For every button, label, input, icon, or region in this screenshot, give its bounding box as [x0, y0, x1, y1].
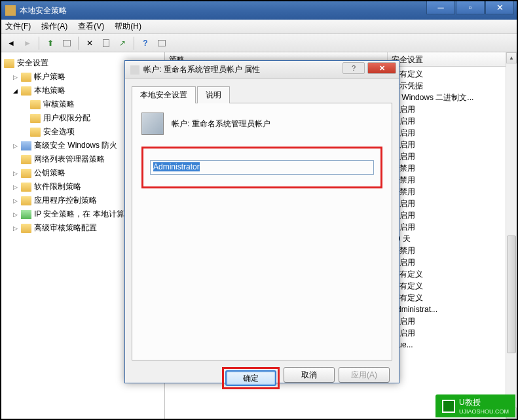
dialog-icon	[130, 65, 139, 75]
expand-arrow-icon[interactable]: ▷	[13, 74, 21, 80]
folder-icon	[30, 128, 41, 137]
policy-value: 没有定义	[388, 292, 517, 304]
toolbar: ◄ ► ⬆ ✕ ↗ ?	[1, 34, 517, 52]
policy-value: 已启用	[388, 198, 517, 209]
scroll-thumb[interactable]	[507, 236, 516, 353]
policy-value: 已启用	[388, 116, 517, 127]
titlebar: 本地安全策略 ─ ▫ ✕	[1, 1, 517, 20]
tree-label: 公钥策略	[34, 167, 65, 179]
menu-help[interactable]: 帮助(H)	[115, 21, 141, 32]
policy-value: 已启用	[388, 128, 517, 139]
tree-label: 安全设置	[17, 58, 48, 69]
close-button[interactable]: ✕	[485, 1, 514, 14]
tab-body: 帐户: 重命名系统管理员帐户 Administrator	[132, 103, 392, 360]
policy-value: 已启用	[388, 257, 517, 268]
dialog-close-button[interactable]: ✕	[367, 62, 396, 74]
forward-button[interactable]: ►	[20, 36, 35, 50]
dialog-help-button[interactable]: ?	[342, 62, 365, 74]
folder-icon	[21, 141, 31, 150]
folder-icon	[21, 169, 31, 178]
scroll-up-button[interactable]: ▲	[506, 52, 517, 63]
admin-name-input[interactable]: Administrator	[150, 160, 374, 175]
properties-dialog: 帐户: 重命名系统管理员帐户 属性 ? ✕ 本地安全设置 说明 帐户: 重命名系…	[124, 60, 399, 383]
up-button[interactable]: ⬆	[43, 36, 58, 50]
app-icon	[5, 5, 16, 16]
tree-label: IP 安全策略，在 本地计算	[34, 209, 124, 220]
refresh-button[interactable]	[155, 36, 169, 50]
expand-arrow-icon[interactable]: ▷	[13, 225, 21, 232]
menu-view[interactable]: 查看(V)	[78, 21, 104, 32]
minimize-button[interactable]: ─	[426, 1, 455, 14]
folder-icon	[21, 210, 31, 219]
policy-label: 帐户: 重命名系统管理员帐户	[172, 118, 270, 130]
tree-label: 安全选项	[43, 126, 75, 137]
dialog-title: 帐户: 重命名系统管理员帐户 属性	[143, 64, 260, 75]
apply-button[interactable]: 应用(A)	[339, 367, 390, 383]
tree-label: 审核策略	[43, 99, 75, 110]
expand-arrow-icon[interactable]: ▷	[13, 184, 21, 190]
policy-value: 已启用	[388, 139, 517, 150]
tab-explain[interactable]: 说明	[197, 86, 230, 103]
policy-value: 已禁用	[388, 163, 517, 174]
policy-value: 没有定义	[388, 69, 517, 80]
watermark-url: UJIAOSHOU.COM	[459, 408, 509, 415]
folder-icon	[21, 86, 31, 96]
folder-icon	[4, 59, 14, 68]
expand-arrow-icon[interactable]: ▷	[13, 170, 21, 177]
policy-value: Administrat...	[388, 305, 517, 314]
dialog-button-row: 确定 取消 应用(A)	[125, 360, 399, 396]
delete-button[interactable]: ✕	[83, 36, 97, 50]
properties-button[interactable]	[99, 36, 113, 50]
ok-button[interactable]: 确定	[225, 370, 276, 386]
policy-icon	[141, 113, 164, 135]
expand-arrow-icon[interactable]: ◢	[13, 88, 21, 94]
policy-value: 没有定义	[388, 281, 517, 292]
back-button[interactable]: ◄	[4, 36, 18, 50]
policy-value: 已启用	[388, 104, 517, 115]
help-button[interactable]: ?	[138, 36, 153, 50]
policy-value: 提示凭据	[388, 80, 517, 92]
menu-action[interactable]: 操作(A)	[41, 21, 67, 32]
dialog-titlebar: 帐户: 重命名系统管理员帐户 属性 ? ✕	[125, 61, 399, 79]
policy-value: 已启用	[388, 316, 517, 327]
folder-icon	[21, 73, 31, 82]
export-button[interactable]: ↗	[115, 36, 130, 50]
policy-value: 已启用	[388, 328, 517, 339]
tree-label: 软件限制策略	[34, 181, 81, 192]
folder-icon	[30, 100, 41, 109]
policy-value: 已禁用	[388, 245, 517, 256]
tree-label: 本地策略	[34, 85, 65, 96]
tree-label: 高级审核策略配置	[34, 222, 97, 234]
policy-value: 非 Windows 二进制文...	[388, 92, 517, 103]
tab-strip: 本地安全设置 说明	[132, 86, 392, 103]
watermark-icon	[442, 400, 455, 413]
tree-label: 用户权限分配	[43, 113, 90, 124]
policy-value: 没有定义	[388, 269, 517, 280]
policy-value: 已启用	[388, 222, 517, 233]
tab-local-security[interactable]: 本地安全设置	[132, 86, 196, 103]
input-highlight-box: Administrator	[141, 147, 382, 188]
tree-label: 帐户策略	[34, 71, 65, 82]
tree-label: 网络列表管理器策略	[34, 154, 105, 165]
menu-file[interactable]: 文件(F)	[5, 21, 31, 32]
expand-arrow-icon[interactable]: ▷	[13, 211, 21, 218]
expand-arrow-icon[interactable]: ▷	[13, 143, 21, 149]
vertical-scrollbar[interactable]: ▲ ▼	[506, 52, 517, 419]
tree-label: 高级安全 Windows 防火	[34, 140, 117, 151]
expand-arrow-icon[interactable]: ▷	[13, 198, 21, 204]
policy-value: 已启用	[388, 210, 517, 221]
folder-icon	[21, 183, 31, 192]
folder-icon	[30, 114, 41, 123]
policy-value: Gue...	[388, 340, 517, 349]
column-setting[interactable]: 安全设置	[388, 52, 517, 66]
tree-label: 应用程序控制策略	[34, 195, 97, 206]
watermark: U教授 UJIAOSHOU.COM	[435, 394, 515, 417]
folder-icon	[21, 155, 31, 164]
policy-value: 已禁用	[388, 175, 517, 186]
cancel-button[interactable]: 取消	[284, 367, 335, 383]
policy-value: 已禁用	[388, 186, 517, 198]
maximize-button[interactable]: ▫	[456, 1, 485, 14]
watermark-name: U教授	[459, 398, 481, 407]
window-title: 本地安全策略	[20, 5, 67, 16]
show-hide-tree-button[interactable]	[60, 36, 74, 50]
